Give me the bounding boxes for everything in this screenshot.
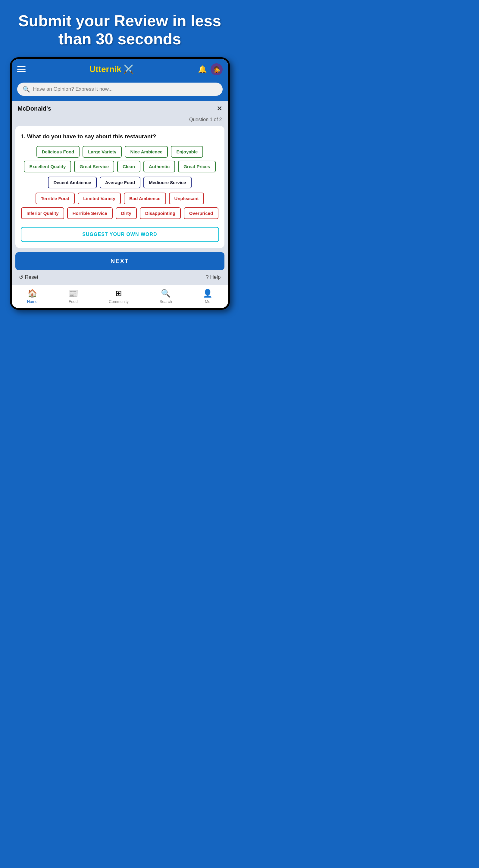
help-label: ? Help — [206, 274, 221, 280]
tag-terrible-food[interactable]: Terrible Food — [36, 193, 75, 204]
close-button[interactable]: ✕ — [217, 105, 222, 113]
restaurant-name: McDonald's — [18, 105, 51, 112]
feed-icon: 📰 — [68, 289, 78, 298]
avatar[interactable]: 🧑‍🎤 — [211, 63, 223, 75]
suggest-word-button[interactable]: SUGGEST YOUR OWN WORD — [21, 227, 219, 242]
logo-icon: ⚔️ — [123, 64, 134, 74]
tag-disappointing[interactable]: Disappointing — [140, 207, 181, 219]
tag-large-variety[interactable]: Large Variety — [83, 146, 122, 158]
tag-great-prices[interactable]: Great Prices — [178, 161, 215, 173]
tag-mediocre-service[interactable]: Mediocre Service — [143, 177, 191, 188]
content-area: McDonald's ✕ Question 1 of 2 1. What do … — [12, 101, 228, 285]
nav-community-label: Community — [109, 299, 129, 304]
question-card: 1. What do you have to say about this re… — [15, 126, 224, 248]
tag-clean[interactable]: Clean — [117, 161, 140, 173]
nav-search[interactable]: 🔍 Search — [160, 289, 172, 304]
nav-search-label: Search — [160, 299, 172, 304]
tag-decent-ambience[interactable]: Decent Ambience — [48, 177, 96, 188]
footer-controls: ↺ Reset ? Help — [12, 270, 228, 285]
question-counter: Question 1 of 2 — [12, 116, 228, 126]
search-input[interactable] — [33, 86, 217, 92]
positive-tags: Delicious Food Large Variety Nice Ambien… — [21, 146, 219, 173]
restaurant-header: McDonald's ✕ — [12, 101, 228, 116]
nav-me[interactable]: 👤 Me — [203, 289, 213, 304]
negative-tags: Terrible Food Limited Variety Bad Ambien… — [21, 193, 219, 219]
tag-overpriced[interactable]: Overpriced — [184, 207, 218, 219]
hamburger-menu[interactable] — [17, 66, 26, 72]
tag-horrible-service[interactable]: Horrible Service — [67, 207, 113, 219]
header-right: 🔔 🧑‍🎤 — [198, 63, 223, 75]
tag-excellent-quality[interactable]: Excellent Quality — [24, 161, 71, 173]
community-icon: ⊞ — [116, 289, 122, 298]
bell-icon[interactable]: 🔔 — [198, 65, 207, 73]
reset-button[interactable]: ↺ Reset — [19, 274, 38, 281]
tag-dirty[interactable]: Dirty — [116, 207, 137, 219]
logo-u: U — [90, 64, 96, 74]
question-title: 1. What do you have to say about this re… — [21, 133, 219, 140]
app-logo: Utternik ⚔️ — [90, 64, 134, 74]
search-bar: 🔍 — [12, 80, 228, 101]
logo-tternik: tternik — [96, 64, 121, 74]
tag-inferior-quality[interactable]: Inferior Quality — [21, 207, 64, 219]
logo-text: Utternik — [90, 64, 121, 74]
tag-nice-ambience[interactable]: Nice Ambience — [125, 146, 168, 158]
bottom-nav: 🏠 Home 📰 Feed ⊞ Community 🔍 Search 👤 Me — [12, 285, 228, 308]
tag-average-food[interactable]: Average Food — [100, 177, 140, 188]
nav-home-label: Home — [27, 299, 38, 304]
tag-great-service[interactable]: Great Service — [74, 161, 114, 173]
hero-title: Submit your Review in less than 30 secon… — [0, 0, 240, 57]
phone-screen: Utternik ⚔️ 🔔 🧑‍🎤 🔍 McDonald's ✕ Q — [12, 59, 228, 308]
tag-enjoyable[interactable]: Enjoyable — [171, 146, 203, 158]
neutral-tags: Decent Ambience Average Food Mediocre Se… — [21, 177, 219, 188]
next-button[interactable]: NEXT — [15, 252, 224, 270]
tag-limited-variety[interactable]: Limited Variety — [78, 193, 121, 204]
nav-search-icon: 🔍 — [161, 289, 170, 298]
help-button[interactable]: ? Help — [206, 274, 221, 280]
tag-unpleasant[interactable]: Unpleasant — [169, 193, 204, 204]
app-header: Utternik ⚔️ 🔔 🧑‍🎤 — [12, 59, 228, 80]
nav-community[interactable]: ⊞ Community — [109, 289, 129, 304]
search-input-wrap: 🔍 — [17, 83, 223, 96]
reset-label: Reset — [25, 274, 38, 280]
nav-feed-label: Feed — [69, 299, 78, 304]
home-icon: 🏠 — [27, 289, 37, 298]
me-icon: 👤 — [203, 289, 213, 298]
tag-authentic[interactable]: Authentic — [143, 161, 175, 173]
tag-delicious-food[interactable]: Delicious Food — [36, 146, 80, 158]
search-icon: 🔍 — [23, 86, 30, 93]
nav-feed[interactable]: 📰 Feed — [68, 289, 78, 304]
tag-bad-ambience[interactable]: Bad Ambience — [124, 193, 166, 204]
phone-frame: Utternik ⚔️ 🔔 🧑‍🎤 🔍 McDonald's ✕ Q — [10, 57, 230, 310]
nav-me-label: Me — [205, 299, 210, 304]
nav-home[interactable]: 🏠 Home — [27, 289, 38, 304]
reset-icon: ↺ — [19, 274, 23, 281]
